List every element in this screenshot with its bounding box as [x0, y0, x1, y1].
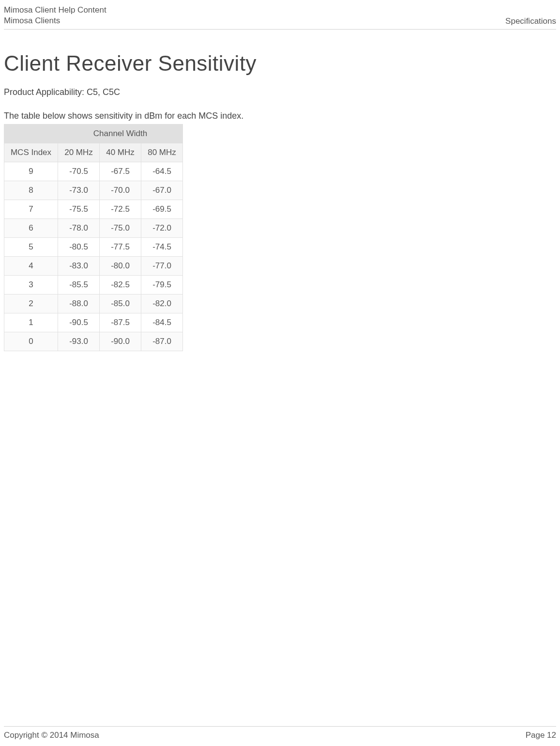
cell-mcs: 3 — [4, 276, 58, 294]
table-row: 2 -88.0 -85.0 -82.0 — [4, 295, 182, 313]
cell-80: -87.0 — [141, 332, 182, 351]
cell-20: -90.5 — [58, 313, 99, 332]
header-right: Specifications — [505, 16, 556, 26]
table-row: 7 -75.5 -72.5 -69.5 — [4, 200, 182, 218]
col-header-20mhz: 20 MHz — [58, 143, 99, 162]
cell-20: -80.5 — [58, 238, 99, 256]
cell-40: -67.5 — [100, 162, 141, 181]
product-applicability: Product Applicability: C5, C5C — [4, 87, 556, 97]
col-header-40mhz: 40 MHz — [100, 143, 141, 162]
table-row: 9 -70.5 -67.5 -64.5 — [4, 162, 182, 181]
cell-mcs: 8 — [4, 181, 58, 200]
cell-20: -73.0 — [58, 181, 99, 200]
cell-mcs: 5 — [4, 238, 58, 256]
cell-80: -64.5 — [141, 162, 182, 181]
cell-40: -72.5 — [100, 200, 141, 218]
cell-80: -69.5 — [141, 200, 182, 218]
header-line-1: Mimosa Client Help Content — [4, 5, 106, 16]
cell-80: -77.0 — [141, 257, 182, 275]
table-row: 8 -73.0 -70.0 -67.0 — [4, 181, 182, 200]
table-row: 4 -83.0 -80.0 -77.0 — [4, 257, 182, 275]
col-header-mcs: MCS Index — [4, 143, 58, 162]
cell-40: -82.5 — [100, 276, 141, 294]
cell-20: -70.5 — [58, 162, 99, 181]
cell-20: -93.0 — [58, 332, 99, 351]
footer-copyright: Copyright © 2014 Mimosa — [4, 730, 99, 740]
document-header: Mimosa Client Help Content Mimosa Client… — [4, 5, 556, 30]
cell-mcs: 2 — [4, 295, 58, 313]
cell-40: -85.0 — [100, 295, 141, 313]
cell-80: -84.5 — [141, 313, 182, 332]
cell-20: -85.5 — [58, 276, 99, 294]
table-body: 9 -70.5 -67.5 -64.5 8 -73.0 -70.0 -67.0 … — [4, 162, 182, 351]
table-row: 1 -90.5 -87.5 -84.5 — [4, 313, 182, 332]
cell-40: -87.5 — [100, 313, 141, 332]
header-line-2: Mimosa Clients — [4, 16, 106, 26]
cell-20: -88.0 — [58, 295, 99, 313]
table-row: 0 -93.0 -90.0 -87.0 — [4, 332, 182, 351]
cell-80: -82.0 — [141, 295, 182, 313]
table-blank-header — [4, 124, 58, 143]
cell-40: -75.0 — [100, 219, 141, 237]
table-group-header: Channel Width — [58, 124, 182, 143]
document-footer: Copyright © 2014 Mimosa Page 12 — [4, 726, 556, 740]
sensitivity-table: Channel Width MCS Index 20 MHz 40 MHz 80… — [4, 124, 183, 351]
cell-20: -78.0 — [58, 219, 99, 237]
cell-mcs: 1 — [4, 313, 58, 332]
cell-80: -79.5 — [141, 276, 182, 294]
cell-20: -75.5 — [58, 200, 99, 218]
cell-80: -74.5 — [141, 238, 182, 256]
cell-80: -67.0 — [141, 181, 182, 200]
cell-40: -90.0 — [100, 332, 141, 351]
table-row: 6 -78.0 -75.0 -72.0 — [4, 219, 182, 237]
intro-text: The table below shows sensitivity in dBm… — [4, 111, 556, 121]
cell-mcs: 7 — [4, 200, 58, 218]
table-row: 3 -85.5 -82.5 -79.5 — [4, 276, 182, 294]
cell-40: -77.5 — [100, 238, 141, 256]
cell-mcs: 4 — [4, 257, 58, 275]
cell-40: -80.0 — [100, 257, 141, 275]
cell-mcs: 6 — [4, 219, 58, 237]
cell-20: -83.0 — [58, 257, 99, 275]
table-row: 5 -80.5 -77.5 -74.5 — [4, 238, 182, 256]
page-title: Client Receiver Sensitivity — [4, 51, 556, 76]
cell-80: -72.0 — [141, 219, 182, 237]
col-header-80mhz: 80 MHz — [141, 143, 182, 162]
cell-mcs: 9 — [4, 162, 58, 181]
cell-mcs: 0 — [4, 332, 58, 351]
cell-40: -70.0 — [100, 181, 141, 200]
footer-page-number: Page 12 — [526, 730, 556, 740]
